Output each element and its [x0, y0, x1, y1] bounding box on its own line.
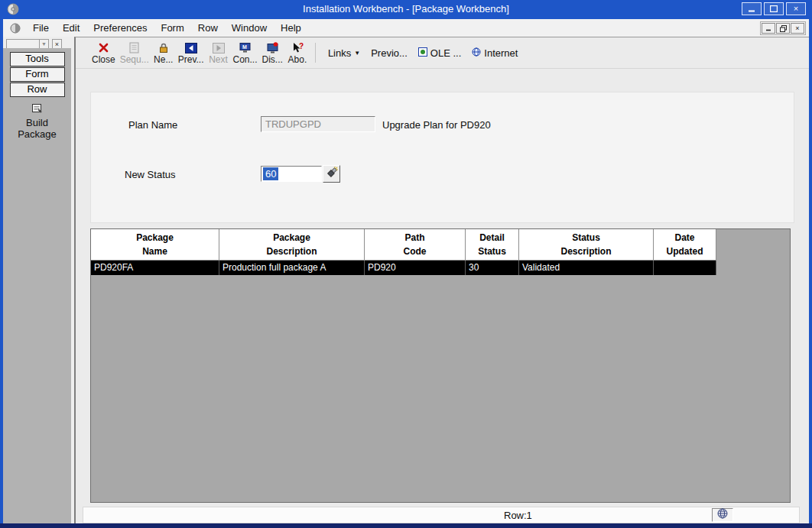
previous-toolbar-button[interactable]: Prev... — [176, 40, 206, 65]
cell-detail-status[interactable]: 30 — [466, 261, 519, 275]
previous-arrow-icon — [185, 40, 197, 53]
package-grid: PackageName PackageDescription PathCode … — [90, 228, 791, 503]
window-bottom-border — [0, 523, 812, 528]
sidebar: Tools Form Row Build Package — [3, 48, 71, 523]
plan-name-field[interactable]: TRDUPGPD — [261, 116, 375, 132]
svg-text:?: ? — [299, 42, 304, 50]
mdi-minimize-button[interactable] — [762, 23, 775, 34]
cell-path-code[interactable]: PD920 — [365, 261, 466, 275]
table-row-selected[interactable]: PD920FA Production full package A PD920 … — [91, 261, 790, 275]
confirm-toolbar-button[interactable]: M Con... — [231, 40, 260, 65]
build-package-icon — [31, 102, 43, 117]
svg-text:M: M — [242, 44, 247, 50]
ole-button[interactable]: OLE ... — [413, 47, 466, 59]
plan-name-label: Plan Name — [128, 119, 177, 131]
statusbar: Row:1 — [83, 507, 800, 523]
column-header-date-updated[interactable]: DateUpdated — [654, 229, 716, 261]
visual-assist-button[interactable] — [323, 165, 340, 183]
row-count-indicator: Row:1 — [504, 510, 532, 521]
links-dropdown[interactable]: Links ▼ — [323, 47, 365, 59]
new-status-field[interactable]: 60 — [261, 166, 322, 182]
sidebar-tab-form[interactable]: Form — [10, 67, 65, 82]
menubar: File Edit Preferences Form Row Window He… — [3, 19, 809, 37]
menu-help[interactable]: Help — [274, 20, 308, 36]
titlebar: Installation Workbench - [Package Workbe… — [0, 0, 812, 19]
minimize-button[interactable] — [742, 2, 762, 15]
flashlight-icon — [326, 167, 338, 182]
plan-description-text: Upgrade Plan for PD920 — [382, 119, 491, 131]
previous-link-button[interactable]: Previo... — [365, 47, 413, 59]
column-header-package-description[interactable]: PackageDescription — [219, 229, 365, 261]
main-panel: Close Sequ... Ne... Prev... — [74, 37, 809, 523]
connection-indicator — [712, 508, 733, 522]
internet-globe-icon — [472, 47, 481, 59]
mdi-restore-button[interactable] — [776, 23, 790, 34]
cell-package-name[interactable]: PD920FA — [91, 261, 219, 275]
menu-preferences[interactable]: Preferences — [86, 20, 154, 36]
next-arrow-icon — [213, 40, 225, 53]
about-toolbar-button[interactable]: ? Abo. — [285, 40, 310, 65]
cell-status-description[interactable]: Validated — [519, 261, 654, 275]
window-title: Installation Workbench - [Package Workbe… — [0, 3, 812, 15]
grid-header: PackageName PackageDescription PathCode … — [91, 229, 790, 261]
sidebar-item-build-package[interactable]: Build Package — [3, 102, 71, 141]
about-icon: ? — [291, 40, 304, 53]
sidebar-item-label: Build Package — [14, 118, 61, 141]
dropdown-arrow-icon: ▼ — [39, 40, 48, 48]
internet-button[interactable]: Internet — [466, 47, 523, 59]
sequence-icon — [129, 40, 139, 53]
toolbar: Close Sequ... Ne... Prev... — [76, 37, 809, 69]
maximize-button[interactable] — [764, 2, 784, 15]
column-header-status-description[interactable]: StatusDescription — [519, 229, 654, 261]
form-panel: Plan Name TRDUPGPD Upgrade Plan for PD92… — [90, 92, 794, 223]
lock-icon — [158, 40, 169, 53]
dispatch-icon — [267, 40, 278, 53]
menu-file[interactable]: File — [26, 20, 56, 36]
menu-window[interactable]: Window — [225, 20, 274, 36]
window-controls: × — [742, 2, 806, 15]
close-button[interactable]: × — [786, 2, 806, 15]
mdi-system-icon[interactable] — [10, 23, 21, 34]
menu-form[interactable]: Form — [154, 20, 190, 36]
confirm-icon: M — [239, 40, 251, 53]
next-toolbar-button: Next — [206, 40, 231, 65]
new-status-selected-text: 60 — [263, 167, 278, 180]
cell-package-description[interactable]: Production full package A — [219, 261, 365, 275]
ole-icon — [418, 47, 427, 59]
close-toolbar-button[interactable]: Close — [89, 40, 118, 65]
column-header-package-name[interactable]: PackageName — [91, 229, 219, 261]
sidebar-tab-row[interactable]: Row — [10, 83, 65, 97]
cell-date-updated[interactable] — [654, 261, 716, 275]
dispatch-toolbar-button[interactable]: Dis... — [260, 40, 285, 65]
client-area: File Edit Preferences Form Row Window He… — [3, 19, 809, 523]
toolbar-separator — [315, 43, 316, 63]
links-dropdown-arrow-icon: ▼ — [354, 50, 360, 57]
close-x-icon — [98, 40, 109, 53]
menu-edit[interactable]: Edit — [56, 20, 86, 36]
menu-row[interactable]: Row — [191, 20, 225, 36]
column-header-path-code[interactable]: PathCode — [365, 229, 466, 261]
new-toolbar-button[interactable]: Ne... — [151, 40, 176, 65]
globe-icon — [717, 508, 728, 522]
new-status-label: New Status — [125, 169, 175, 180]
sequence-toolbar-button: Sequ... — [118, 40, 151, 65]
mdi-window-controls: × — [760, 21, 806, 35]
sidebar-tab-tools[interactable]: Tools — [10, 52, 65, 66]
mdi-close-button[interactable]: × — [791, 23, 804, 34]
column-header-detail-status[interactable]: DetailStatus — [466, 229, 519, 261]
